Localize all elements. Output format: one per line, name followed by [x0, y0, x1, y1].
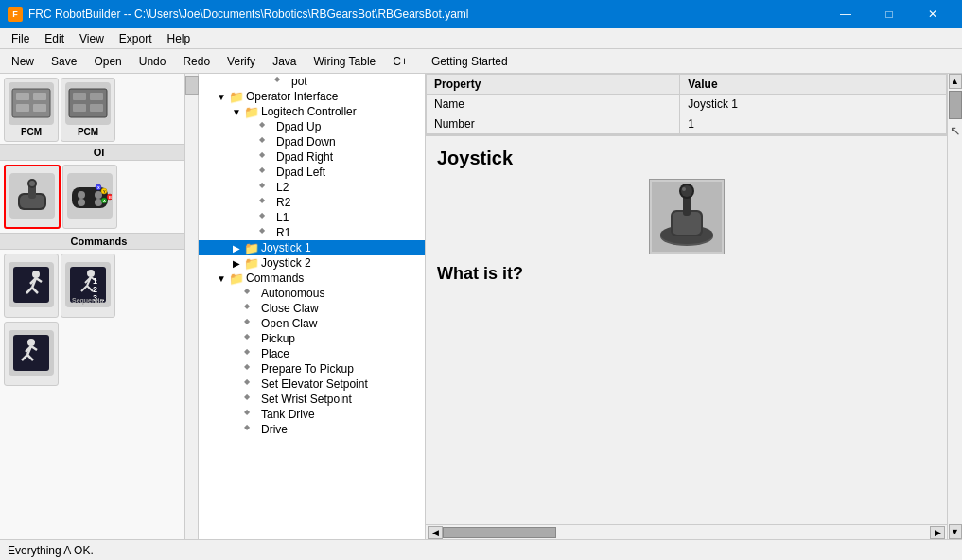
gamepad-palette-icon: Y X B A [67, 173, 113, 219]
tree-container[interactable]: ◆ pot ▼ 📁 Operator Interface ▼ 📁 Logitec… [199, 74, 425, 539]
pickup-bullet-icon: ◆ [244, 332, 259, 345]
l2-bullet-icon: ◆ [259, 181, 274, 194]
maximize-button[interactable]: □ [867, 0, 911, 28]
tree-node-logitech[interactable]: ▼ 📁 Logitech Controller [199, 104, 425, 119]
palette-item-command3[interactable] [4, 322, 59, 386]
property-number-value[interactable]: 1 [680, 114, 947, 134]
dpadleft-bullet-icon: ◆ [259, 166, 274, 179]
tree-node-dpaddown[interactable]: ◆ Dpad Down [199, 134, 425, 149]
toolbar-new[interactable]: New [4, 53, 42, 70]
joystick1-toggle[interactable]: ▶ [229, 243, 244, 254]
logitech-toggle[interactable]: ▼ [229, 107, 244, 117]
svg-point-14 [29, 181, 35, 186]
svg-rect-6 [73, 93, 86, 100]
palette-item-pcm1[interactable]: PCM [4, 78, 59, 142]
dpaddown-bullet-icon: ◆ [259, 135, 274, 149]
menu-edit[interactable]: Edit [37, 30, 72, 47]
tree-label-dpadup: Dpad Up [276, 120, 321, 133]
menu-file[interactable]: File [4, 30, 37, 47]
pcm2-icon [65, 82, 111, 125]
tree-node-setwristsetpoint[interactable]: ◆ Set Wrist Setpoint [199, 392, 425, 407]
menu-view[interactable]: View [72, 30, 112, 47]
tree-node-dpadright[interactable]: ◆ Dpad Right [199, 149, 425, 165]
tree-node-dpadup[interactable]: ◆ Dpad Up [199, 119, 425, 134]
tree-node-tankdrive[interactable]: ◆ Tank Drive [199, 407, 425, 422]
tree-node-autonomous[interactable]: ◆ Autonomous [199, 286, 425, 301]
toolbar-redo[interactable]: Redo [175, 53, 218, 70]
toolbar-cpp[interactable]: C++ [385, 53, 422, 70]
tree-label-r1: R1 [276, 226, 290, 239]
r2-bullet-icon: ◆ [259, 196, 274, 209]
tree-label-setelevatorsetpoint: Set Elevator Setpoint [261, 377, 368, 391]
scroll-down-button[interactable]: ▼ [949, 524, 962, 539]
tree-label-tankdrive: Tank Drive [261, 408, 315, 421]
close-button[interactable]: ✕ [911, 0, 954, 28]
tree-node-l1[interactable]: ◆ L1 [199, 210, 425, 225]
tree-node-openclaw[interactable]: ◆ Open Claw [199, 316, 425, 331]
joystick1-folder-icon: 📁 [244, 241, 259, 254]
tree-node-setelevatorsetpoint[interactable]: ◆ Set Elevator Setpoint [199, 376, 425, 392]
svg-text:Y: Y [103, 189, 106, 194]
pcm1-label: PCM [21, 127, 42, 137]
vscroll-thumb[interactable] [949, 91, 962, 119]
palette-item-joystick[interactable] [4, 165, 61, 229]
value-col-header: Value [680, 75, 947, 95]
property-name-value[interactable]: Joystick 1 [680, 95, 947, 114]
joystick-palette-icon [9, 173, 55, 219]
tree-label-logitech: Logitech Controller [261, 105, 357, 118]
toolbar-undo[interactable]: Undo [131, 53, 174, 70]
tree-label-oi: Operator Interface [246, 90, 338, 103]
tree-node-joystick1[interactable]: ▶ 📁 Joystick 1 [199, 240, 425, 255]
command1-icon [9, 262, 54, 307]
right-panel-scrollbar[interactable]: ▲ ↖ ▼ [947, 74, 962, 539]
tree-node-preparetopickup[interactable]: ◆ Prepare To Pickup [199, 361, 425, 376]
command2-icon: 1 2 3... Sequentia [65, 262, 111, 307]
tree-node-dpadleft[interactable]: ◆ Dpad Left [199, 165, 425, 180]
scroll-up-button[interactable]: ▲ [949, 74, 962, 89]
title-bar-left: F FRC RobotBuilder -- C:\Users\Joe\Docum… [8, 7, 469, 22]
tree-label-pot: pot [291, 75, 307, 88]
palette-item-gamepad[interactable]: Y X B A [62, 165, 117, 229]
left-panel: PCM PCM OI [0, 74, 199, 539]
tree-node-l2[interactable]: ◆ L2 [199, 180, 425, 195]
tree-node-drive[interactable]: ◆ Drive [199, 422, 425, 437]
tree-node-pickup[interactable]: ◆ Pickup [199, 331, 425, 346]
tree-label-pickup: Pickup [261, 332, 295, 345]
oi-toggle[interactable]: ▼ [214, 92, 229, 102]
middle-panel: ◆ pot ▼ 📁 Operator Interface ▼ 📁 Logitec… [199, 74, 426, 539]
minimize-button[interactable]: — [824, 0, 867, 28]
left-scroll[interactable]: PCM PCM OI [0, 74, 198, 539]
toolbar-java[interactable]: Java [265, 53, 304, 70]
menu-help[interactable]: Help [160, 30, 199, 47]
tree-node-closeclaw[interactable]: ◆ Close Claw [199, 301, 425, 316]
toolbar-open[interactable]: Open [86, 53, 129, 70]
property-number-cell: Number [427, 114, 680, 134]
tree-label-dpadleft: Dpad Left [276, 166, 325, 179]
hscroll-thumb[interactable] [443, 527, 556, 538]
scroll-right-button[interactable]: ▶ [930, 526, 945, 539]
toolbar-wiring-table[interactable]: Wiring Table [306, 53, 383, 70]
palette-item-command1[interactable] [4, 254, 59, 318]
toolbar-save[interactable]: Save [44, 53, 84, 70]
tree-node-oi[interactable]: ▼ 📁 Operator Interface [199, 89, 425, 104]
pcm2-label: PCM [78, 127, 98, 137]
svg-text:Sequentia: Sequentia [72, 297, 104, 305]
tree-node-commands[interactable]: ▼ 📁 Commands [199, 271, 425, 286]
autonomous-bullet-icon: ◆ [244, 287, 259, 300]
joystick2-toggle[interactable]: ▶ [229, 258, 244, 269]
tree-node-r1[interactable]: ◆ R1 [199, 225, 425, 240]
toolbar-getting-started[interactable]: Getting Started [424, 53, 516, 70]
tree-node-pot[interactable]: ◆ pot [199, 74, 425, 89]
palette-item-command2[interactable]: 1 2 3... Sequentia [61, 254, 115, 318]
tree-node-joystick2[interactable]: ▶ 📁 Joystick 2 [199, 255, 425, 271]
commands-toggle[interactable]: ▼ [214, 273, 229, 284]
menu-export[interactable]: Export [112, 30, 160, 47]
joystick-image [649, 179, 725, 254]
scroll-left-button[interactable]: ◀ [428, 526, 443, 539]
tree-node-r2[interactable]: ◆ R2 [199, 195, 425, 210]
tree-node-place[interactable]: ◆ Place [199, 346, 425, 361]
logitech-folder-icon: 📁 [244, 105, 259, 118]
palette-item-pcm2[interactable]: PCM [61, 78, 115, 142]
toolbar-verify[interactable]: Verify [219, 53, 263, 70]
bottom-scrollbar[interactable]: ◀ ▶ [426, 524, 947, 539]
